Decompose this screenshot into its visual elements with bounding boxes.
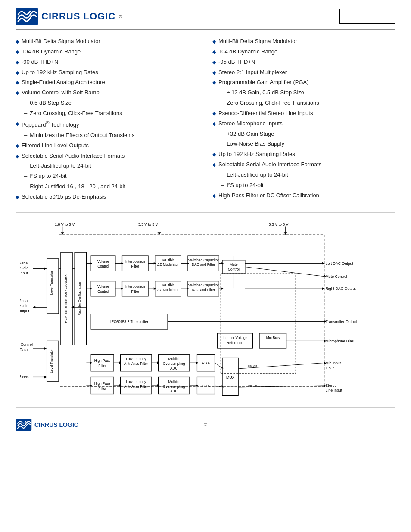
bottom-divider [16, 412, 395, 412]
bullet-icon: ◆ [16, 194, 19, 201]
list-item: ◆Multi-Bit Delta Sigma Modulator [16, 37, 199, 46]
features-left-col: ◆Multi-Bit Delta Sigma Modulator ◆104 dB… [16, 37, 206, 203]
sub-dash: – [24, 131, 27, 140]
pga-2-label: PGA [202, 384, 210, 388]
features-left-list: ◆Multi-Bit Delta Sigma Modulator ◆104 dB… [16, 37, 199, 201]
sub-dash: – [24, 183, 27, 191]
list-item: ◆Stereo 2:1 Input Multiplexer [212, 68, 395, 77]
voltage-label-3: 3.3 V to 5 V [269, 222, 289, 226]
svg-marker-2 [61, 232, 64, 235]
svg-text:Data: Data [20, 348, 28, 352]
mic-input-12-label: 1 & 2 [326, 366, 335, 370]
features-right-list: ◆Multi-Bit Delta Sigma Modulator ◆104 dB… [212, 37, 395, 200]
sub-dash: – [221, 89, 224, 97]
svg-text:ΔΣ Modulator: ΔΣ Modulator [157, 262, 179, 267]
adc-1-label: Multibit [168, 357, 180, 361]
list-item: ◆-90 dB THD+N [16, 58, 199, 66]
multibit-mod-2-label: Multibit [162, 283, 174, 287]
sub-dash: – [24, 162, 27, 170]
microphone-bias-label: Microphone Bias [326, 339, 354, 343]
svg-text:Anti-Alias Filter: Anti-Alias Filter [124, 361, 148, 366]
logo-area: CIRRUS LOGIC® [16, 8, 122, 25]
list-item: ◆Multi-Bit Delta Sigma Modulator [212, 37, 395, 46]
reset-label: Reset [20, 374, 29, 379]
hpf-1-label: High Pass [94, 358, 111, 363]
list-item: –Zero Crossing, Click-Free Transitions [16, 109, 199, 118]
mic-bias-label: Mic Bias [266, 336, 280, 340]
svg-marker-6 [284, 232, 287, 235]
block-diagram-svg: 1.8 V to 5 V 3.3 V to 5 V 3.3 V to 5 V S… [20, 219, 391, 400]
multibit-mod-1-label: Multibit [162, 258, 174, 262]
svg-text:Output: Output [20, 309, 30, 313]
logo-text: CIRRUS LOGIC [41, 11, 115, 22]
list-item: ◆Single-Ended Analog Architecture [16, 78, 199, 87]
list-item: ◆Popguard® Technology [16, 120, 199, 129]
svg-text:Reference: Reference [227, 341, 243, 345]
list-item: –Left-Justified up to 24-bit [212, 171, 395, 179]
serial-audio-output-label: Serial [20, 299, 28, 303]
svg-marker-16 [33, 306, 35, 308]
bullet-icon: ◆ [16, 69, 19, 76]
list-item: –± 12 dB Gain, 0.5 dB Step Size [212, 89, 395, 97]
list-item: ◆Pseudo-Differential Stereo Line Inputs [212, 109, 395, 118]
right-dac-output-label: Right DAC Output [326, 286, 356, 291]
serial-audio-input-label: Serial [20, 261, 28, 265]
footer-logo-waves-icon [16, 419, 32, 431]
hpf-2-label: High Pass [94, 381, 111, 386]
sub-dash: – [221, 130, 224, 138]
db-label-2: +32 dB [248, 385, 257, 388]
iec-transmitter-label: IEC60958-3 Transmitter [110, 320, 148, 324]
svg-text:ΔΣ Modulator: ΔΣ Modulator [157, 288, 179, 292]
svg-text:Filter: Filter [98, 364, 106, 368]
bullet-icon: ◆ [16, 121, 19, 128]
list-item: ◆Up to 192 kHz Sampling Rates [212, 150, 395, 159]
bullet-icon: ◆ [16, 153, 19, 160]
list-item: –I²S up to 24-bit [16, 172, 199, 180]
svg-marker-21 [44, 376, 47, 378]
features-section: ◆Multi-Bit Delta Sigma Modulator ◆104 dB… [0, 30, 411, 208]
bullet-icon: ◆ [212, 151, 216, 158]
level-translator-2-label: Level Translator [50, 349, 53, 373]
pga-1-label: PGA [202, 361, 210, 365]
list-item: –Left-Justified up to 24-bit [16, 162, 199, 170]
list-item: ◆Selectable Serial Audio Interface Forma… [16, 152, 199, 160]
mic-input-label: Mic Input [326, 361, 341, 365]
bullet-icon: ◆ [212, 110, 216, 117]
svg-text:Control: Control [97, 289, 109, 294]
svg-text:Anti-Alias Filter: Anti-Alias Filter [124, 384, 148, 389]
features-right-col: ◆Multi-Bit Delta Sigma Modulator ◆104 dB… [206, 37, 395, 203]
list-item: –Low-Noise Bias Supply [212, 140, 395, 148]
bullet-icon: ◆ [212, 38, 216, 45]
block-diagram-section: 1.8 V to 5 V 3.3 V to 5 V 3.3 V to 5 V S… [16, 212, 395, 408]
adc-2-label: Multibit [168, 380, 180, 384]
list-item: ◆-95 dB THD+N [212, 58, 395, 66]
list-item: ◆Stereo Microphone Inputs [212, 120, 395, 128]
svg-text:Audio: Audio [20, 304, 28, 308]
register-config-label: Register Configuration [78, 282, 81, 316]
bullet-icon: ◆ [16, 79, 19, 86]
i2c-control-label: I²C Control [20, 342, 33, 347]
stereo-line-input-label: Stereo [326, 383, 337, 388]
svg-text:Filter: Filter [131, 264, 140, 268]
footer-logo-text: CIRRUS LOGIC [34, 421, 78, 428]
bullet-icon: ◆ [212, 59, 216, 66]
list-item: ◆Selectable 50/15 µs De-Emphasis [16, 193, 199, 201]
list-item: –0.5 dB Step Size [16, 99, 199, 107]
sub-dash: – [221, 171, 224, 179]
svg-text:Filter: Filter [131, 289, 140, 294]
db-label-1: +32 dB [248, 364, 257, 367]
logo-registered: ® [119, 14, 122, 19]
volume-control-2-label: Volume [97, 284, 109, 289]
list-item: –+32 dB Gain Stage [212, 130, 395, 138]
bullet-icon: ◆ [212, 79, 216, 86]
sub-dash: – [24, 172, 27, 180]
transmitter-output-label: Transmitter Output [326, 320, 357, 324]
list-item: ◆High-Pass Filter or DC Offset Calibrati… [212, 192, 395, 200]
stereo-line-input2-label: Line Input [326, 388, 342, 392]
mute-control-label: Mute [230, 262, 238, 267]
list-item: ◆104 dB Dynamic Range [212, 48, 395, 56]
svg-marker-12 [44, 267, 47, 270]
svg-marker-4 [158, 232, 161, 235]
level-translator-1-label: Level Translator [50, 271, 53, 295]
bullet-icon: ◆ [212, 162, 216, 168]
